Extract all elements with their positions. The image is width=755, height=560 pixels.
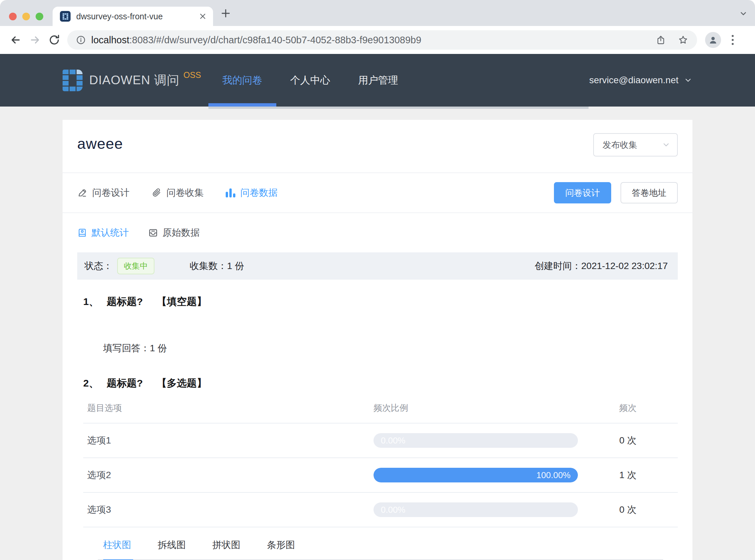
option-label: 选项3 — [83, 503, 373, 516]
browser-tab[interactable]: dwsurvey-oss-front-vue — [53, 7, 213, 26]
bookmark-star-icon[interactable] — [678, 35, 689, 45]
share-icon[interactable] — [656, 35, 666, 45]
chart-type-tabs: 柱状图 拆线图 拼状图 条形图 — [98, 535, 663, 560]
nav-item-personal-center[interactable]: 个人中心 — [276, 54, 344, 106]
option-count: 0 次 — [578, 434, 678, 447]
inbox-icon — [148, 228, 158, 238]
progress-bar: 0.00% — [373, 433, 578, 448]
new-tab-button[interactable] — [220, 8, 231, 19]
options-table-header: 题目选项 频次比例 频次 — [83, 393, 678, 423]
tag-icon — [77, 228, 87, 238]
browser-tab-strip: dwsurvey-oss-front-vue — [0, 0, 755, 26]
tab-survey-design[interactable]: 问卷设计 — [77, 186, 129, 199]
url-text: localhost:8083/#/dw/survey/d/chart/c98fa… — [91, 35, 649, 46]
forward-button[interactable] — [25, 30, 45, 49]
close-tab-icon[interactable] — [198, 12, 207, 21]
table-row: 选项1 0.00% 0 次 — [83, 423, 678, 458]
site-info-icon[interactable] — [76, 35, 86, 45]
tab-line-chart[interactable]: 拆线图 — [158, 539, 186, 551]
close-window-button[interactable] — [9, 13, 17, 20]
diaowen-logo-icon — [63, 69, 83, 91]
tab-raw-data[interactable]: 原始数据 — [148, 226, 200, 239]
progress-bar: 0.00% — [373, 502, 578, 517]
app-navbar: DIAOWEN 调问 OSS 我的问卷 个人中心 用户管理 service@di… — [0, 54, 755, 106]
status-label: 状态： — [85, 260, 113, 272]
brand[interactable]: DIAOWEN 调问 OSS — [63, 69, 201, 91]
brand-name: DIAOWEN 调问 — [89, 72, 179, 88]
edit-icon — [77, 188, 87, 198]
survey-card: aweee 发布收集 问卷设计 问卷收集 问卷数据 — [63, 120, 692, 560]
account-dropdown[interactable]: service@diaowen.net — [589, 75, 692, 85]
tab-survey-collect[interactable]: 问卷收集 — [151, 186, 204, 199]
tab-column-chart[interactable]: 柱状图 — [103, 539, 131, 551]
chevron-down-icon — [662, 140, 670, 149]
chevron-down-icon — [684, 76, 692, 84]
nav-item-my-surveys[interactable]: 我的问卷 — [208, 54, 276, 106]
page-body: aweee 发布收集 问卷设计 问卷收集 问卷数据 — [0, 106, 755, 560]
option-label: 选项2 — [83, 469, 373, 481]
tab-survey-data[interactable]: 问卷数据 — [226, 186, 278, 199]
created-time: 创建时间：2021-12-02 23:02:17 — [535, 260, 670, 272]
link-icon — [151, 188, 161, 198]
nav-menu: 我的问卷 个人中心 用户管理 — [208, 54, 589, 106]
question-2-title: 2、 题标题? 【多选题】 — [83, 377, 678, 390]
publish-collect-select[interactable]: 发布收集 — [593, 133, 678, 157]
tab-title: dwsurvey-oss-front-vue — [76, 12, 198, 21]
survey-section-tabs: 问卷设计 问卷收集 问卷数据 问卷设计 答卷地址 — [63, 173, 692, 213]
answer-url-button[interactable]: 答卷地址 — [620, 182, 678, 203]
options-table: 题目选项 频次比例 频次 选项1 0.00% 0 次 选项2 100.00% 1… — [83, 393, 678, 527]
status-band: 状态： 收集中 收集数：1 份 创建时间：2021-12-02 23:02:17 — [77, 252, 678, 280]
question-1: 1、 题标题? 【填空题】 填写回答：1 份 — [77, 295, 678, 355]
browser-window: dwsurvey-oss-front-vue localhost:8083/#/… — [0, 0, 755, 560]
browser-menu-button[interactable] — [730, 33, 736, 47]
option-label: 选项1 — [83, 434, 373, 447]
address-bar[interactable]: localhost:8083/#/dw/survey/d/chart/c98fa… — [67, 30, 697, 49]
back-button[interactable] — [6, 30, 25, 49]
question-1-title: 1、 题标题? 【填空题】 — [83, 295, 678, 308]
question-2: 2、 题标题? 【多选题】 题目选项 频次比例 频次 选项1 0.00% 0 次 — [77, 377, 678, 560]
status-badge: 收集中 — [117, 258, 155, 274]
minimize-window-button[interactable] — [22, 13, 30, 20]
window-controls — [9, 13, 43, 20]
survey-header: aweee 发布收集 — [63, 120, 692, 173]
bar-chart-icon — [226, 188, 236, 197]
tab-default-stats[interactable]: 默认统计 — [77, 226, 129, 239]
account-email: service@diaowen.net — [589, 75, 678, 85]
site-favicon-icon — [60, 11, 70, 22]
browser-toolbar: localhost:8083/#/dw/survey/d/chart/c98fa… — [0, 26, 755, 54]
tab-bar-chart[interactable]: 条形图 — [267, 539, 295, 551]
stat-tabs: 默认统计 原始数据 — [63, 213, 692, 252]
tab-list-chevron-icon[interactable] — [739, 9, 748, 18]
fullscreen-window-button[interactable] — [36, 13, 43, 20]
brand-oss-badge: OSS — [183, 70, 201, 80]
table-row: 选项2 100.00% 1 次 — [83, 458, 678, 493]
option-count: 0 次 — [578, 503, 678, 516]
profile-avatar[interactable] — [705, 32, 721, 48]
collect-count: 收集数：1 份 — [190, 260, 244, 272]
option-count: 1 次 — [578, 469, 678, 481]
question-1-answer-count: 填写回答：1 份 — [103, 342, 678, 355]
reload-button[interactable] — [45, 30, 64, 49]
table-row: 选项3 0.00% 0 次 — [83, 493, 678, 527]
progress-bar: 100.00% — [373, 468, 578, 482]
nav-item-user-management[interactable]: 用户管理 — [344, 54, 412, 106]
survey-design-button[interactable]: 问卷设计 — [554, 182, 611, 203]
tab-pie-chart[interactable]: 拼状图 — [212, 539, 240, 551]
survey-title: aweee — [77, 135, 678, 153]
